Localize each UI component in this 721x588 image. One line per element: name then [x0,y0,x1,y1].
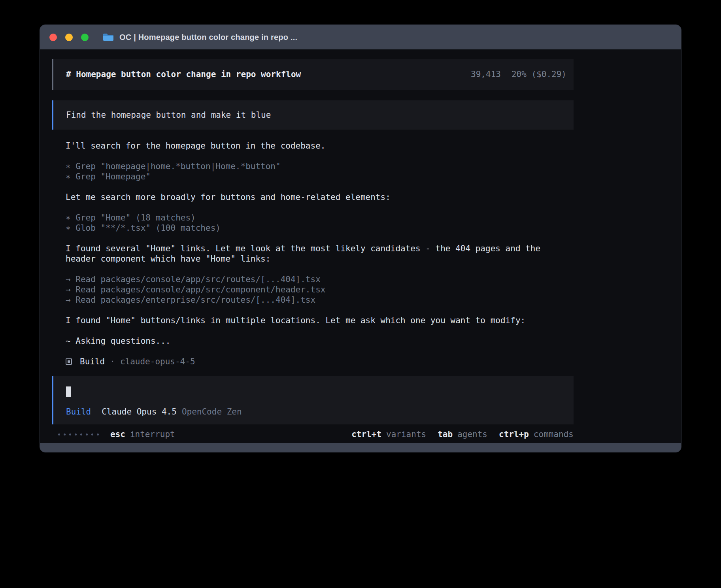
tool-call-grep: ∗ Grep "Home" (18 matches) [66,213,566,223]
shortcut-agents: tab agents [438,429,487,439]
tool-call-read: → Read packages/console/app/src/routes/[… [66,274,566,285]
agent-status: Build · claude-opus-4-5 [52,356,574,367]
terminal-window: OC | Homepage button color change in rep… [40,24,681,452]
assistant-text: I found several "Home" links. Let me loo… [66,243,566,264]
model-label[interactable]: Claude Opus 4.5 [102,407,177,417]
folder-icon [103,33,114,41]
status-asking-questions: ~ Asking questions... [66,336,566,346]
token-count: 39,413 [471,69,501,79]
window-titlebar[interactable]: OC | Homepage button color change in rep… [40,25,681,49]
assistant-text: Let me search more broadly for buttons a… [66,192,566,202]
mode-label[interactable]: Build [66,407,91,417]
shortcut-hints: ctrl+t variants tab agents ctrl+p comman… [351,429,574,439]
status-bar: esc interrupt ctrl+t variants tab agents… [52,429,574,439]
user-message: Find the homepage button and make it blu… [52,100,574,130]
close-button[interactable] [49,34,57,41]
minimize-button[interactable] [65,34,73,41]
user-message-text: Find the homepage button and make it blu… [66,110,271,120]
shortcut-key: tab [438,429,453,439]
session-header: # Homepage button color change in repo w… [52,59,574,90]
context-usage: 20% ($0.29) [511,69,566,79]
tool-call-read: → Read packages/enterprise/src/routes/[.… [66,295,566,305]
activity-dots-icon [58,433,99,435]
tool-call-grep: ∗ Grep "homepage|home.*button|Home.*butt… [66,161,566,172]
shortcut-variants: ctrl+t variants [351,429,426,439]
shortcut-key: ctrl+t [351,429,381,439]
window-title: OC | Homepage button color change in rep… [119,33,297,42]
provider-label: OpenCode Zen [182,407,242,417]
session-stats: 39,413 20% ($0.29) [471,69,566,79]
shortcut-label: variants [386,429,426,439]
shortcut-label: agents [457,429,487,439]
tool-call-grep: ∗ Grep "Homepage" [66,172,566,182]
prompt-input[interactable]: Build Claude Opus 4.5 OpenCode Zen [52,376,574,424]
zoom-button[interactable] [81,34,89,41]
build-agent-icon [66,358,72,365]
tool-call-glob: ∗ Glob "**/*.tsx" (100 matches) [66,223,566,233]
esc-key-hint: esc [110,429,125,439]
terminal-content: # Homepage button color change in repo w… [40,49,681,443]
window-controls [49,34,89,41]
agent-separator: · [110,356,115,367]
assistant-transcript: I'll search for the homepage button in t… [52,141,574,346]
window-bottom-chrome [40,443,681,452]
shortcut-commands: ctrl+p commands [499,429,574,439]
tool-call-read: → Read packages/console/app/src/componen… [66,285,566,295]
session-title: # Homepage button color change in repo w… [66,69,471,79]
shortcut-label: commands [534,429,574,439]
text-cursor [66,386,71,397]
assistant-text: I found "Home" buttons/links in multiple… [66,315,566,326]
agent-name: Build [80,356,105,367]
agent-model: claude-opus-4-5 [120,356,195,367]
esc-label: interrupt [130,429,175,439]
shortcut-key: ctrl+p [499,429,529,439]
assistant-text: I'll search for the homepage button in t… [66,141,566,151]
